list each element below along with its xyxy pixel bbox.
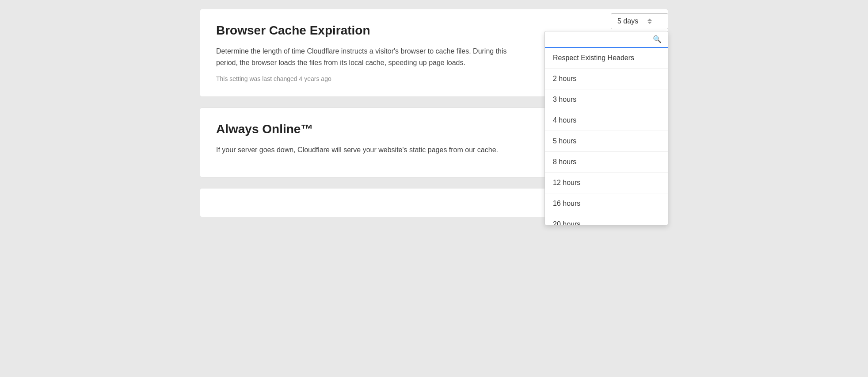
cache-expiration-dropdown-panel: 🔍 Respect Existing Headers2 hours3 hours… (544, 31, 668, 225)
dropdown-option[interactable]: 20 hours (545, 214, 668, 225)
cache-expiration-dropdown-container: 5 days 🔍 Respect Existing Headers2 hours… (611, 13, 668, 29)
cache-expiration-select-display[interactable]: 5 days (611, 13, 668, 29)
dropdown-option[interactable]: 3 hours (545, 89, 668, 110)
cache-expiration-select-wrapper[interactable]: 5 days 🔍 Respect Existing Headers2 hours… (611, 13, 668, 29)
browser-cache-description: Determine the length of time Cloudflare … (216, 46, 525, 68)
always-online-description: If your server goes down, Cloudflare wil… (216, 144, 525, 156)
dropdown-option[interactable]: 4 hours (545, 110, 668, 131)
selected-value-label: 5 days (617, 17, 638, 25)
search-button[interactable]: 🔍 (651, 34, 663, 44)
main-content: Browser Cache Expiration Determine the l… (191, 9, 677, 217)
dropdown-option[interactable]: 5 hours (545, 131, 668, 152)
dropdown-option-list: Respect Existing Headers2 hours3 hours4 … (545, 48, 668, 225)
dropdown-search-input[interactable] (549, 35, 651, 43)
spinner-down-arrow (647, 22, 652, 24)
dropdown-option[interactable]: Respect Existing Headers (545, 48, 668, 69)
spinner-arrows (647, 19, 652, 24)
dropdown-search-row: 🔍 (545, 31, 668, 48)
spinner-up-arrow (647, 19, 652, 21)
dropdown-option[interactable]: 8 hours (545, 152, 668, 173)
dropdown-option[interactable]: 16 hours (545, 193, 668, 214)
search-icon: 🔍 (653, 35, 662, 43)
dropdown-option[interactable]: 12 hours (545, 173, 668, 193)
dropdown-option[interactable]: 2 hours (545, 69, 668, 89)
